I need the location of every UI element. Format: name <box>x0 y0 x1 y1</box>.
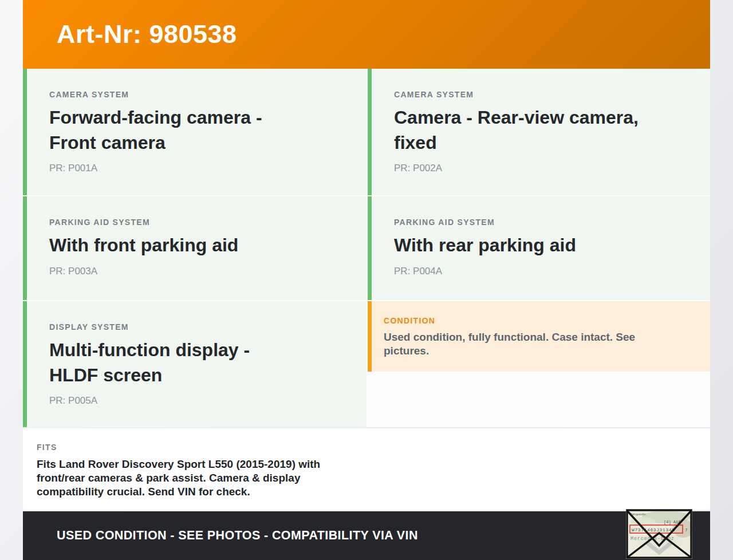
fits-section: FITS Fits Land Rover Discovery Sport L55… <box>23 428 710 510</box>
registration-stamp: Fahrgestellnr. [4] A1A W7371463J3134B 7 … <box>626 509 692 559</box>
card-category-label: CAMERA SYSTEM <box>49 90 349 99</box>
card-title: Forward-facing camera - Front camera <box>49 105 307 155</box>
card-title: Camera - Rear-view camera, fixed <box>394 105 652 155</box>
card-title: Multi-function display - HLDF screen <box>49 338 290 388</box>
condition-card: CONDITION Used condition, fully function… <box>368 301 710 372</box>
spec-card-grid: CAMERA SYSTEM Forward-facing camera - Fr… <box>23 69 710 427</box>
card-category-label: CAMERA SYSTEM <box>394 90 693 99</box>
doc-field-label: Fahrgestellnr. <box>630 513 647 516</box>
spec-card-front-parking-aid: PARKING AID SYSTEM With front parking ai… <box>23 196 366 300</box>
vin-suffix: 7 <box>685 527 688 533</box>
fits-text: Fits Land Rover Discovery Sport L550 (20… <box>37 458 346 499</box>
card-pr-code: PR: P004A <box>394 266 693 277</box>
footer-text: USED CONDITION - SEE PHOTOS - COMPATIBIL… <box>57 529 418 543</box>
footer-bar: USED CONDITION - SEE PHOTOS - COMPATIBIL… <box>23 511 710 560</box>
listing-page: Art-Nr: 980538 CAMERA SYSTEM Forward-fac… <box>23 0 710 560</box>
condition-text: Used condition, fully functional. Case i… <box>384 330 653 358</box>
spec-card-front-camera: CAMERA SYSTEM Forward-facing camera - Fr… <box>23 69 366 195</box>
fits-label: FITS <box>37 443 710 452</box>
card-title: With front parking aid <box>49 233 307 258</box>
spec-card-rear-camera: CAMERA SYSTEM Camera - Rear-view camera,… <box>368 69 710 195</box>
card-title: With rear parking aid <box>394 233 652 258</box>
spec-card-display: DISPLAY SYSTEM Multi-function display - … <box>23 301 366 427</box>
condition-label: CONDITION <box>384 316 693 325</box>
spec-card-rear-parking-aid: PARKING AID SYSTEM With rear parking aid… <box>368 196 710 300</box>
card-category-label: DISPLAY SYSTEM <box>49 322 349 332</box>
article-number-title: Art-Nr: 980538 <box>57 19 237 49</box>
envelope-icon: Fahrgestellnr. [4] A1A W7371463J3134B 7 … <box>626 509 692 559</box>
card-pr-code: PR: P005A <box>49 395 349 407</box>
card-pr-code: PR: P001A <box>49 163 349 174</box>
vin-text: W7371463J3134B <box>632 527 675 533</box>
card-category-label: PARKING AID SYSTEM <box>49 218 349 227</box>
card-pr-code: PR: P003A <box>49 266 349 277</box>
header-banner: Art-Nr: 980538 <box>23 0 710 69</box>
card-pr-code: PR: P002A <box>394 163 693 174</box>
card-category-label: PARKING AID SYSTEM <box>394 218 693 227</box>
